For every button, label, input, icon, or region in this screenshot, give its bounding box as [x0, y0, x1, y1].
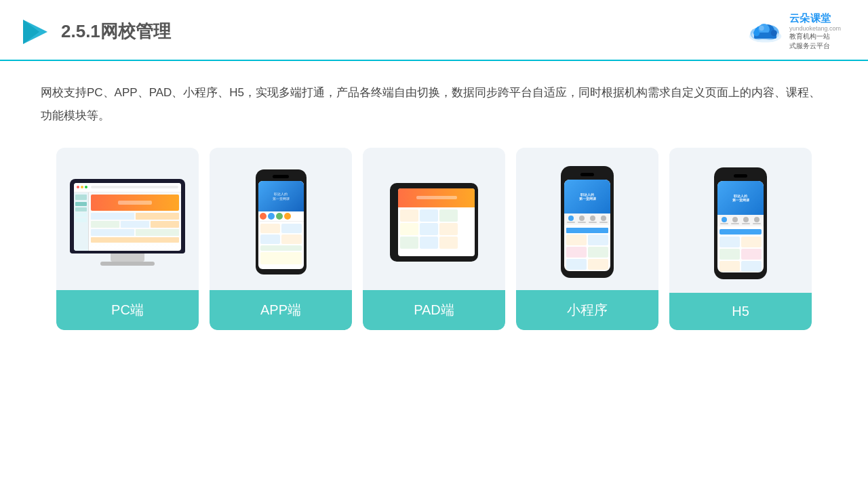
- pc-mockup: [70, 179, 185, 266]
- main-content: 网校支持PC、APP、PAD、小程序、H5，实现多端打通，产品各终端自由切换，数…: [0, 61, 868, 489]
- cloud-logo-icon: [747, 19, 784, 45]
- card-pc: PC端: [56, 148, 199, 330]
- card-app-label: APP端: [210, 290, 352, 330]
- card-pad: PAD端: [363, 148, 505, 330]
- h5-phone-mockup: 职达人的第一堂网课: [714, 167, 767, 279]
- card-h5: 职达人的第一堂网课: [669, 148, 812, 330]
- description-text: 网校支持PC、APP、PAD、小程序、H5，实现多端打通，产品各终端自由切换，数…: [41, 81, 827, 127]
- card-app: 职达人的第一堂网课: [210, 148, 352, 330]
- card-pc-image: [56, 148, 199, 290]
- brand-logo: 云朵课堂 yunduoketang.com 教育机构一站 式服务云平台: [747, 12, 841, 52]
- brand-text: 云朵课堂 yunduoketang.com 教育机构一站 式服务云平台: [789, 12, 841, 52]
- card-miniprogram: 职达人的第一堂网课: [516, 148, 658, 330]
- card-h5-image: 职达人的第一堂网课: [669, 148, 812, 293]
- card-pad-label: PAD端: [363, 290, 505, 330]
- card-miniprogram-label: 小程序: [516, 290, 658, 330]
- svg-point-13: [759, 26, 764, 30]
- svg-point-11: [753, 30, 760, 36]
- logo-arrow-icon: [20, 17, 50, 47]
- cards-container: PC端 职达人的第一堂网课: [41, 148, 827, 330]
- card-miniprogram-image: 职达人的第一堂网课: [516, 148, 658, 290]
- card-pc-label: PC端: [56, 290, 199, 330]
- app-phone-mockup: 职达人的第一堂网课: [256, 169, 307, 274]
- card-h5-label: H5: [669, 293, 812, 330]
- pad-mockup: [390, 183, 478, 262]
- page: 2.5.1网校管理 云朵课堂: [0, 0, 868, 488]
- card-app-image: 职达人的第一堂网课: [210, 148, 352, 290]
- svg-point-12: [771, 30, 777, 36]
- header: 2.5.1网校管理 云朵课堂: [0, 0, 868, 61]
- page-title: 2.5.1网校管理: [61, 20, 171, 43]
- card-pad-image: [363, 148, 505, 290]
- miniprogram-phone-mockup: 职达人的第一堂网课: [561, 166, 614, 278]
- svg-marker-1: [23, 20, 39, 44]
- header-left: 2.5.1网校管理: [20, 17, 171, 47]
